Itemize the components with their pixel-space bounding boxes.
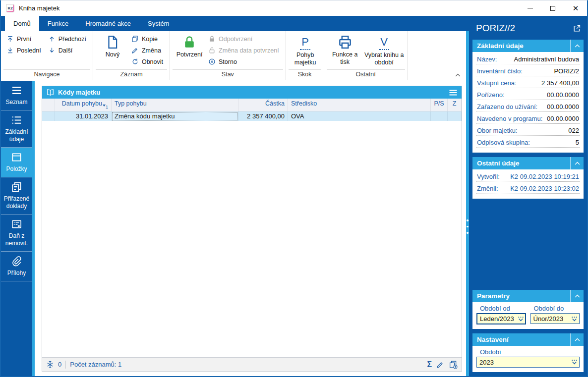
collapse-section-button[interactable] xyxy=(570,157,584,169)
column-header-stredisko[interactable]: Středisko xyxy=(288,99,431,111)
title-bar: K2 Kniha majetek ✕ xyxy=(1,0,587,16)
tab-hromadne-akce[interactable]: Hromadné akce xyxy=(77,16,139,31)
next-button[interactable]: Další xyxy=(46,45,91,56)
tab-system[interactable]: Systém xyxy=(139,16,177,31)
table-menu-icon[interactable] xyxy=(449,89,458,96)
add-document-icon[interactable] xyxy=(449,360,458,369)
row-castka-cell[interactable]: 2 357 400,00 xyxy=(238,111,288,121)
row-z-cell[interactable] xyxy=(448,111,462,121)
table-header-row: Datum pohybu1 Typ pohybu Částka Středisk… xyxy=(42,99,462,111)
lock-open-gray-icon xyxy=(208,47,216,54)
chevron-up-icon xyxy=(574,160,581,166)
flag-count: 0 xyxy=(58,361,61,368)
copy-button[interactable]: Kopie xyxy=(129,33,168,45)
section-title: Ostatní údaje xyxy=(477,160,520,167)
sidebar-item-dan-z-nemovit[interactable]: Daň z nemovit. xyxy=(1,215,32,252)
asterisk-filter-icon[interactable] xyxy=(46,361,54,369)
refresh-button[interactable]: Obnovit xyxy=(129,56,168,67)
settings-period-input[interactable] xyxy=(476,357,580,368)
detail-panel: PORIZ//2 Základní údaje Název:Administra… xyxy=(469,16,587,376)
dropdown-icon[interactable] xyxy=(517,316,525,322)
row-ps-cell[interactable] xyxy=(431,111,448,121)
dropdown-icon[interactable] xyxy=(571,359,578,365)
period-from-combobox[interactable] xyxy=(476,313,526,324)
list-icon xyxy=(11,114,22,126)
table-row[interactable]: 31.01.2023 Změna kódu majetku 2 357 400,… xyxy=(42,111,462,121)
arrow-up-icon xyxy=(48,35,56,43)
items-icon xyxy=(11,152,22,163)
edit-pencil-small-icon[interactable] xyxy=(436,361,444,369)
column-header-indicator xyxy=(42,99,55,111)
section-ostatni-udaje: Ostatní údaje Vytvořil:K2 09.02.2023 10:… xyxy=(472,157,584,199)
sort-arrow-icon: 1 xyxy=(102,101,108,109)
app-window: K2 Kniha majetek ✕ Domů Funkce Hromadné … xyxy=(0,0,588,377)
chevron-up-icon xyxy=(574,336,581,343)
lock-closed-green-icon xyxy=(182,35,197,50)
ribbon-group-navigace: První Předchozí Poslední Další xyxy=(1,31,93,80)
label-obdobi-od: Období od xyxy=(476,305,526,312)
letter-v-icon: V xyxy=(379,36,389,50)
field-odpisova-skupina: Odpisová skupina:5 xyxy=(476,136,580,148)
open-in-window-icon[interactable] xyxy=(573,24,581,33)
row-typ-cell-selected[interactable]: Změna kódu majetku xyxy=(112,111,238,121)
record-count-label: Počet záznamů: 1 xyxy=(70,361,121,368)
chevron-up-icon xyxy=(574,43,581,49)
panel-spacer xyxy=(472,203,584,290)
settings-period-combobox[interactable] xyxy=(476,357,580,368)
close-button[interactable]: ✕ xyxy=(564,0,587,16)
documents-icon xyxy=(11,181,22,193)
collapse-section-button[interactable] xyxy=(570,40,584,52)
maximize-button[interactable] xyxy=(541,0,564,16)
sidebar-item-polozky[interactable]: Položky xyxy=(1,148,32,177)
collapse-section-button[interactable] xyxy=(570,333,584,346)
ribbon-collapse-icon[interactable] xyxy=(455,72,461,78)
field-inventarni-cislo: Inventární číslo:PORIZ/2 xyxy=(476,64,580,76)
confirm-button[interactable]: Potvrzení xyxy=(173,33,206,69)
section-title: Základní údaje xyxy=(477,42,524,50)
column-header-typ-pohybu[interactable]: Typ pohybu xyxy=(112,99,238,111)
first-button[interactable]: První xyxy=(4,33,46,45)
edit-pencil-icon xyxy=(131,47,139,54)
column-header-z[interactable]: Z xyxy=(448,99,462,111)
minimize-button[interactable] xyxy=(519,0,541,16)
table-status-bar: 0 Počet záznamů: 1 Σ xyxy=(42,357,462,371)
detail-panel-header: PORIZ//2 xyxy=(472,19,584,40)
select-book-period-button[interactable]: V Vybrat knihu a období xyxy=(363,33,406,69)
asset-movement-button[interactable]: P Pohyb majetku xyxy=(289,33,322,69)
tab-domu[interactable]: Domů xyxy=(5,16,39,31)
sidebar-item-prilohy[interactable]: Přílohy xyxy=(1,252,32,281)
arrow-up-bar-icon xyxy=(6,35,14,43)
group-label-skok: Skok xyxy=(289,69,321,80)
printer-icon xyxy=(338,35,353,50)
column-header-datum-pohybu[interactable]: Datum pohybu1 xyxy=(55,99,112,111)
dropdown-icon[interactable] xyxy=(571,316,578,322)
change-button[interactable]: Změna xyxy=(129,45,168,56)
status-separator xyxy=(65,361,66,369)
previous-button[interactable]: Předchozí xyxy=(46,33,91,45)
tab-funkce[interactable]: Funkce xyxy=(39,16,77,31)
column-header-castka[interactable]: Částka xyxy=(238,99,288,111)
sidebar-item-seznam[interactable]: Seznam xyxy=(1,81,32,110)
last-button[interactable]: Poslední xyxy=(4,45,46,56)
ribbon: První Předchozí Poslední Další xyxy=(1,31,466,80)
ribbon-group-stav: Potvrzení Odpotvrzení Změna data potvrze… xyxy=(170,31,286,80)
table-title: Kódy majetku xyxy=(58,89,100,96)
collapse-section-button[interactable] xyxy=(570,290,584,302)
column-header-ps[interactable]: P/S xyxy=(431,99,448,111)
row-datum-cell[interactable]: 31.01.2023 xyxy=(55,111,112,121)
sidebar-item-zakladni-udaje[interactable]: Základní údaje xyxy=(1,110,32,148)
sum-sigma-icon[interactable]: Σ xyxy=(427,360,432,369)
storno-button[interactable]: Storno xyxy=(206,56,284,67)
detail-title: PORIZ//2 xyxy=(476,23,515,34)
functions-print-button[interactable]: Funkce a tisk xyxy=(327,33,363,69)
section-nastaveni: Nastavení Období xyxy=(472,333,584,372)
row-stredisko-cell[interactable]: OVA xyxy=(288,111,431,121)
sidebar-item-prirazene-doklady[interactable]: Přiřazené doklady xyxy=(1,177,32,215)
splitter-handle-icon xyxy=(467,219,469,234)
period-to-combobox[interactable] xyxy=(530,313,580,324)
group-label-ostatni: Ostatní xyxy=(327,69,405,80)
app-logo-icon: K2 xyxy=(6,4,14,12)
new-button[interactable]: Nový xyxy=(96,33,129,69)
asset-codes-table-panel: Kódy majetku Datum pohybu1 Typ pohybu Čá… xyxy=(42,86,462,372)
field-zarazeno: Zařazeno do užívání:00.00.0000 xyxy=(476,100,580,112)
